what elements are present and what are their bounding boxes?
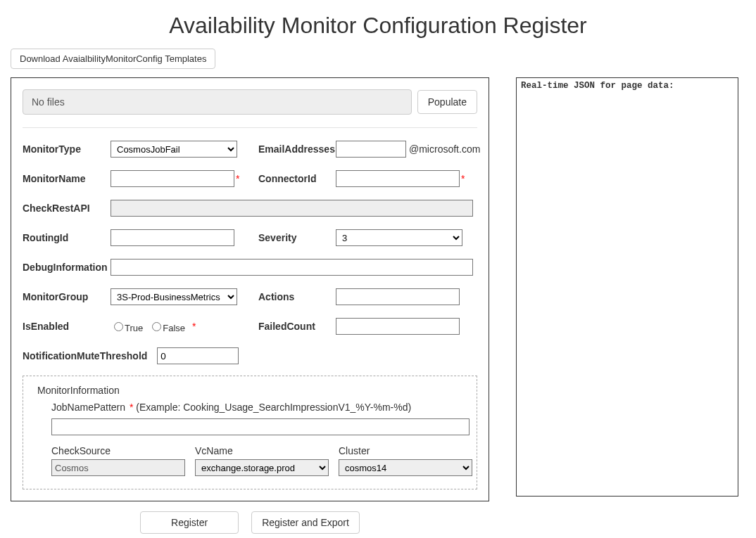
label-connector-id: ConnectorId [258, 173, 336, 184]
label-monitor-type: MonitorType [23, 143, 111, 155]
actions-input[interactable] [336, 288, 460, 305]
is-enabled-true-radio[interactable] [114, 322, 123, 331]
required-marker: * [192, 321, 196, 332]
check-rest-api-input [111, 200, 473, 217]
realtime-json-panel: Real-time JSON for page data: [516, 77, 738, 497]
required-marker: * [461, 173, 465, 184]
cluster-select[interactable]: cosmos14 [339, 459, 472, 476]
is-enabled-true-option[interactable]: True [111, 320, 143, 333]
json-panel-header: Real-time JSON for page data: [521, 81, 674, 91]
label-is-enabled: IsEnabled [23, 321, 111, 332]
is-enabled-false-option[interactable]: False [149, 320, 185, 333]
monitor-name-input[interactable] [111, 170, 234, 187]
config-form-panel: No files Populate MonitorType CosmosJobF… [11, 77, 489, 501]
is-enabled-false-radio[interactable] [152, 322, 161, 331]
label-check-rest-api: CheckRestAPI [23, 203, 111, 214]
download-templates-button[interactable]: Download AvaialbilityMonitorConfig Templ… [11, 49, 215, 69]
populate-button[interactable]: Populate [417, 90, 477, 114]
label-severity: Severity [258, 232, 336, 243]
fieldset-legend: MonitorInformation [37, 385, 462, 396]
label-check-source: CheckSource [51, 445, 185, 456]
notification-mute-threshold-input[interactable] [157, 347, 239, 364]
required-marker: * [130, 402, 136, 413]
page-title: Availability Monitor Configuration Regis… [11, 13, 745, 39]
job-name-pattern-input[interactable] [51, 418, 470, 435]
required-marker: * [236, 173, 239, 184]
vc-name-select[interactable]: exchange.storage.prod [195, 459, 329, 476]
label-actions: Actions [258, 291, 336, 302]
label-vc-name: VcName [195, 445, 329, 456]
monitor-type-select[interactable]: CosmosJobFail [111, 141, 237, 158]
label-monitor-group: MonitorGroup [23, 291, 111, 302]
monitor-information-fieldset: MonitorInformation JobNamePattern * (Exa… [23, 376, 477, 489]
check-source-input [51, 459, 185, 476]
routing-id-input[interactable] [111, 229, 234, 246]
file-drop-box[interactable]: No files [23, 89, 412, 115]
label-cluster: Cluster [339, 445, 472, 456]
register-button[interactable]: Register [140, 511, 239, 534]
email-addresses-input[interactable] [336, 141, 406, 158]
register-and-export-button[interactable]: Register and Export [251, 511, 360, 534]
email-suffix: @microsoft.com [409, 143, 480, 155]
label-email-addresses: EmailAddresses [258, 143, 336, 155]
failed-count-input[interactable] [336, 318, 460, 335]
label-routing-id: RoutingId [23, 232, 111, 243]
debug-information-input[interactable] [111, 259, 473, 276]
connector-id-input[interactable] [336, 170, 460, 187]
label-job-name-pattern: JobNamePattern [51, 402, 125, 413]
monitor-group-select[interactable]: 3S-Prod-BusinessMetrics [111, 288, 237, 305]
label-monitor-name: MonitorName [23, 173, 111, 184]
label-notification-mute-threshold: NotificationMuteThreshold [23, 350, 147, 361]
severity-select[interactable]: 3 [336, 229, 462, 246]
label-failed-count: FailedCount [258, 321, 336, 332]
job-name-pattern-hint: (Example: Cooking_Usage_SearchImpression… [136, 402, 411, 413]
label-debug-information: DebugInformation [23, 262, 111, 273]
